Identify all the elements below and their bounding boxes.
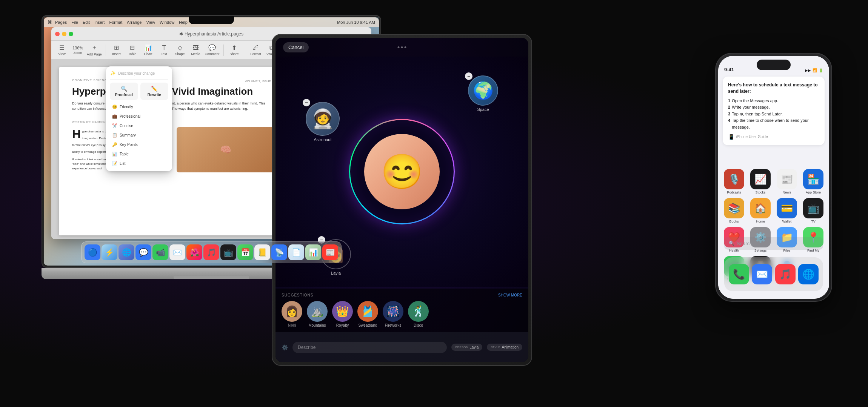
ai-option-key-points[interactable]: 🔑 Key Points [110, 141, 168, 149]
dock-mail[interactable]: ✉️ [169, 244, 185, 260]
dock-photos[interactable]: 🌺 [186, 244, 202, 260]
dock-messages[interactable]: 💬 [135, 244, 151, 260]
home-label: Home [756, 220, 765, 223]
suggestion-nikki[interactable]: 👩 Nikki [282, 301, 302, 327]
toolbar-comment[interactable]: 💬 Comment [205, 44, 220, 56]
menu-help[interactable]: Help [179, 20, 188, 25]
dock-numbers[interactable]: 📊 [305, 244, 321, 260]
rewrite-button[interactable]: ✏️ Rewrite [140, 83, 169, 100]
step-text-2: Write your message. [732, 104, 770, 111]
dock-launchpad[interactable]: ⚡ [102, 244, 117, 260]
iphone-dock: 📞 ✉️ 🎵 🌐 [724, 257, 823, 291]
app-books[interactable]: 📚 Books [723, 198, 745, 223]
toolbar-chart[interactable]: 📊 Chart [142, 44, 155, 56]
toolbar-view[interactable]: ☰ View [55, 44, 69, 56]
toolbar-insert[interactable]: ⊞ Insert [110, 44, 123, 56]
ai-option-concise[interactable]: ✂️ Concise [110, 122, 168, 130]
message-step-2: 2 Write your message. [728, 104, 819, 111]
menu-pages[interactable]: Pages [55, 20, 67, 25]
step-num-1: 1 [728, 98, 730, 104]
summary-icon: 📋 [112, 133, 117, 138]
doc-volume: VOLUME 7, ISSUE 11 [245, 80, 275, 83]
doc-divider [72, 116, 275, 116]
menubar-items: Pages File Edit Insert Format Arrange Vi… [55, 20, 188, 25]
genmoji-space[interactable]: − 🌍 Space [468, 75, 498, 112]
suggestion-disco[interactable]: 🕺 Disco [408, 301, 429, 327]
dock-safari[interactable]: 🌐 [119, 244, 134, 260]
dock-music[interactable]: 🎵 [203, 244, 219, 260]
dock-safari[interactable]: 🌐 [798, 264, 819, 284]
dock-mail[interactable]: ✉️ [752, 264, 772, 284]
ipad-person-tag[interactable]: PERSON Layla [451, 344, 482, 351]
suggestion-fireworks[interactable]: 🎆 Fireworks [383, 301, 403, 327]
ai-option-friendly[interactable]: 😊 Friendly [110, 103, 168, 111]
menu-edit[interactable]: Edit [83, 20, 90, 25]
dock-music[interactable]: 🎵 [775, 264, 796, 284]
apple-menu-icon[interactable]: ⌘ [48, 20, 52, 25]
dock-facetime[interactable]: 📹 [152, 244, 168, 260]
toolbar-shape[interactable]: ◇ Shape [173, 44, 187, 56]
toolbar-text[interactable]: T Text [157, 45, 171, 56]
table-label: Table [120, 152, 129, 156]
doc-dropcap: H [72, 128, 81, 140]
ipad-style-tag[interactable]: STYLE Animation [487, 344, 522, 351]
app-stocks[interactable]: 📈 Stocks [749, 169, 772, 194]
iphone-search-bar[interactable]: 🔍 Search [724, 237, 823, 250]
style-tag-label: STYLE [491, 346, 500, 349]
menu-format[interactable]: Format [109, 20, 122, 25]
ai-option-list[interactable]: 📝 List [110, 160, 168, 167]
ai-option-professional[interactable]: 💼 Professional [110, 112, 168, 120]
app-appstore[interactable]: 🏪 App Store [802, 169, 825, 194]
app-podcasts[interactable]: 🎙️ Podcasts [723, 169, 745, 194]
proofread-button[interactable]: 🔍 Proofread [110, 83, 138, 100]
app-news[interactable]: 📰 News [776, 169, 798, 194]
ipad-describe-field[interactable]: Describe [292, 342, 447, 353]
ipad-bottom-bar: ⚙️ Describe PERSON Layla STYLE Animation [275, 332, 528, 362]
toolbar-zoom[interactable]: 136% Zoom [71, 46, 85, 55]
dock-calendar[interactable]: 📅 [237, 244, 253, 260]
suggestion-sweatband-label: Sweatband [358, 323, 377, 327]
fullscreen-button[interactable] [69, 32, 73, 36]
document-filename: Hyperphantasia Article.pages [185, 31, 243, 37]
genmoji-astronaut[interactable]: − 🧑‍🚀 Astronaut [306, 102, 340, 142]
app-home[interactable]: 🏠 Home [749, 198, 772, 223]
wifi-icon: 📶 [813, 68, 817, 72]
remove-astronaut-icon[interactable]: − [303, 99, 310, 106]
ipad: Cancel − 🧑‍🚀 Astronaut [272, 34, 532, 366]
menu-insert[interactable]: Insert [94, 20, 105, 25]
app-wallet[interactable]: 💳 Wallet [776, 198, 798, 223]
remove-space-icon[interactable]: − [465, 72, 472, 80]
ai-options-list: 😊 Friendly 💼 Professional ✂️ Concise 📋 S… [110, 103, 168, 167]
iphone-screen: 9:41 ▶▶ 📶 🔋 Here's how to schedule a tex… [718, 56, 829, 299]
dock-notes[interactable]: 📒 [254, 244, 270, 260]
dock-pages[interactable]: 📄 [288, 244, 304, 260]
ai-option-table[interactable]: 📊 Table [110, 150, 168, 158]
doc-two-column: H yperphantasia is the condition of havi… [72, 127, 275, 172]
toolbar-table[interactable]: ⊟ Table [126, 44, 139, 56]
message-steps: 1 Open the Messages app. 2 Write your me… [728, 98, 819, 131]
dock-phone[interactable]: 📞 [729, 264, 749, 284]
menu-arrange[interactable]: Arrange [127, 20, 142, 25]
app-tv[interactable]: 📺 TV [802, 198, 825, 223]
source-text: iPhone User Guide [736, 135, 768, 139]
toolbar-media[interactable]: 🖼 Media [189, 45, 203, 56]
dock-appletv-app[interactable]: 📡 [271, 244, 287, 260]
menu-file[interactable]: File [71, 20, 78, 25]
dock-news[interactable]: 📰 [322, 244, 338, 260]
menu-view[interactable]: View [146, 20, 155, 25]
toolbar-format[interactable]: 🖊 Format [249, 45, 263, 56]
suggestion-mountains[interactable]: ⛰️ Mountains [307, 301, 328, 327]
suggestion-royalty[interactable]: 👑 Royalty [332, 301, 353, 327]
close-button[interactable] [55, 32, 60, 36]
toolbar-add-page[interactable]: ＋ Add Page [87, 44, 102, 56]
suggestion-sweatband[interactable]: 🎽 Sweatband [357, 301, 378, 327]
ai-option-summary[interactable]: 📋 Summary [110, 131, 168, 139]
menu-window[interactable]: Window [160, 20, 174, 25]
toolbar-share[interactable]: ⬆ Share [228, 44, 241, 56]
message-step-3: 3 Tap ⊕, then tap Send Later. [728, 111, 819, 118]
minimize-button[interactable] [62, 32, 66, 36]
show-more-button[interactable]: SHOW MORE [498, 293, 522, 297]
dock-finder[interactable]: 🔵 [85, 244, 100, 260]
ipad-cancel-button[interactable]: Cancel [283, 42, 309, 52]
dock-tv[interactable]: 📺 [220, 244, 236, 260]
